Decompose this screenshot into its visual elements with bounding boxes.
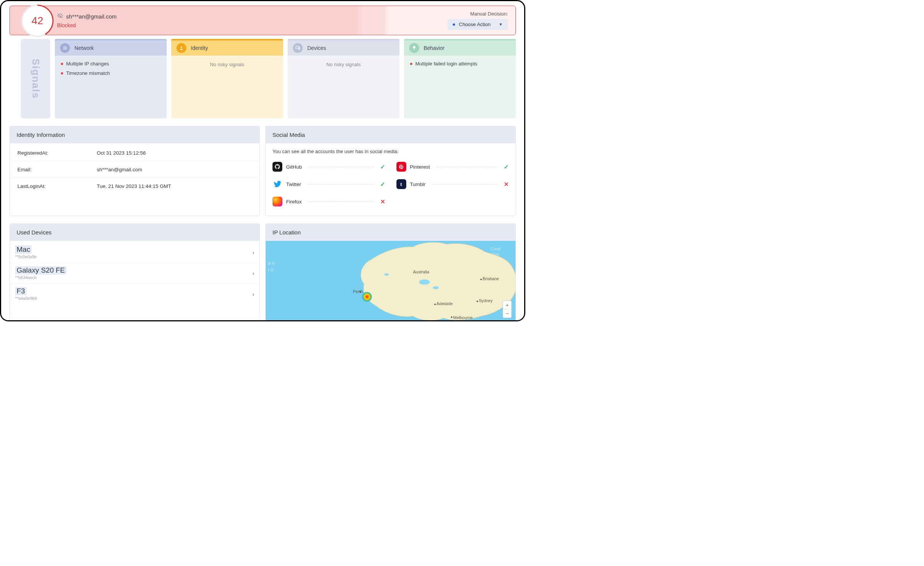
network-icon <box>60 43 70 53</box>
social-item-pinterest: Pinterest ✓ <box>396 158 509 175</box>
city-adelaide: Adelaide <box>436 301 453 306</box>
signal-item: Multiple failed login attempts <box>410 61 510 67</box>
social-panel-intro: You can see all the accounts the user ha… <box>266 143 515 158</box>
ip-hotspot-marker <box>362 292 372 302</box>
iploc-panel-title: IP Location <box>266 224 515 241</box>
github-icon <box>272 162 282 172</box>
banner-email: sh***an@gmail.com <box>57 13 447 20</box>
signal-network-label: Network <box>74 45 94 51</box>
check-icon: ✓ <box>380 181 385 188</box>
zoom-in-button[interactable]: + <box>503 301 511 309</box>
signals-row: Signals Network Multiple IP changes Time… <box>9 39 516 118</box>
signal-devices-empty: No risky signals <box>288 56 399 118</box>
chevron-right-icon: › <box>252 291 254 297</box>
firefox-icon <box>272 197 282 206</box>
info-row: Email: sh***an@gmail.com <box>10 161 260 178</box>
signal-card-behavior: Behavior Multiple failed login attempts <box>404 39 516 118</box>
identity-icon <box>176 43 186 53</box>
device-row[interactable]: Galaxy S20 FE **b634aecb › <box>10 263 260 284</box>
signal-identity-empty: No risky signals <box>171 56 283 118</box>
svg-point-8 <box>433 286 439 289</box>
info-row: LastLoginAt: Tue, 21 Nov 2023 11:44:15 G… <box>10 178 260 194</box>
x-icon: ✕ <box>504 181 509 188</box>
twitter-icon <box>272 179 282 189</box>
country-label: Australia <box>413 270 429 274</box>
used-devices-panel: Used Devices Mac **5c0e0a9e › Galaxy S20… <box>9 223 260 321</box>
city-brisbane: Brisbane <box>483 276 499 281</box>
tumblr-icon: t <box>396 179 406 189</box>
signal-devices-label: Devices <box>307 45 326 51</box>
check-icon: ✓ <box>504 163 509 171</box>
risk-score-circle: 42 <box>21 5 54 37</box>
signal-item: Multiple IP changes <box>61 61 161 67</box>
social-item-twitter: Twitter ✓ <box>272 175 385 193</box>
signal-card-identity: Identity No risky signals <box>171 39 283 118</box>
city-melbourne: Melbourne <box>453 315 473 320</box>
device-row[interactable]: F3 **a4a0e9b8 › <box>10 284 260 304</box>
info-row: RegisteredAt: Oct 31 2023 15:12:56 <box>10 145 260 161</box>
social-item-firefox: Firefox ✕ <box>272 193 385 210</box>
chevron-down-icon: ▼ <box>499 22 503 26</box>
signal-item: Timezone mismatch <box>61 70 161 76</box>
ip-location-map[interactable]: a nı n CoralSea Australia Perth <box>266 241 515 321</box>
svg-point-7 <box>419 279 430 285</box>
pinterest-icon <box>396 162 406 172</box>
city-sydney: Sydney <box>479 298 493 303</box>
chevron-right-icon: › <box>252 249 254 256</box>
ocean-label: a nı n <box>268 260 275 273</box>
behavior-icon <box>409 43 419 53</box>
social-item-github: GitHub ✓ <box>272 158 385 175</box>
social-item-tumblr: t Tumblr ✕ <box>396 175 509 193</box>
visibility-off-icon <box>57 13 63 20</box>
banner-email-text: sh***an@gmail.com <box>66 13 117 20</box>
dropdown-dot-icon <box>453 23 455 26</box>
map-zoom-control: + − <box>503 301 512 318</box>
ip-location-panel: IP Location a nı n CoralSea Australia <box>265 223 516 321</box>
zoom-out-button[interactable]: − <box>503 309 511 318</box>
signal-card-devices: Devices No risky signals <box>288 39 399 118</box>
risk-score-value: 42 <box>31 15 43 27</box>
device-row[interactable]: Mac **5c0e0a9e › <box>10 242 260 263</box>
social-panel-title: Social Media <box>266 126 515 143</box>
check-icon: ✓ <box>380 163 385 171</box>
signal-card-network: Network Multiple IP changes Timezone mis… <box>55 39 167 118</box>
banner-status: Blocked <box>57 22 447 28</box>
svg-point-9 <box>384 273 389 276</box>
signal-identity-label: Identity <box>191 45 208 51</box>
manual-decision-label: Manual Decision: <box>447 11 508 17</box>
signal-behavior-label: Behavior <box>424 45 444 51</box>
choose-action-label: Choose Action <box>459 22 491 27</box>
devices-icon <box>293 43 303 53</box>
signals-title-rail: Signals <box>21 39 50 118</box>
identity-panel-title: Identity Information <box>10 126 260 143</box>
chevron-right-icon: › <box>252 270 254 276</box>
social-media-panel: Social Media You can see all the account… <box>265 126 516 216</box>
australia-landmass <box>341 241 515 321</box>
signals-title: Signals <box>30 59 42 99</box>
city-perth: Perth <box>353 289 363 294</box>
x-icon: ✕ <box>380 198 385 205</box>
svg-point-3 <box>181 47 182 48</box>
choose-action-dropdown[interactable]: Choose Action ▼ <box>447 19 508 30</box>
identity-info-panel: Identity Information RegisteredAt: Oct 3… <box>9 126 260 216</box>
user-risk-banner: 42 sh***an@gmail.com Blocked Manual Deci… <box>9 6 516 35</box>
devices-panel-title: Used Devices <box>10 224 260 241</box>
